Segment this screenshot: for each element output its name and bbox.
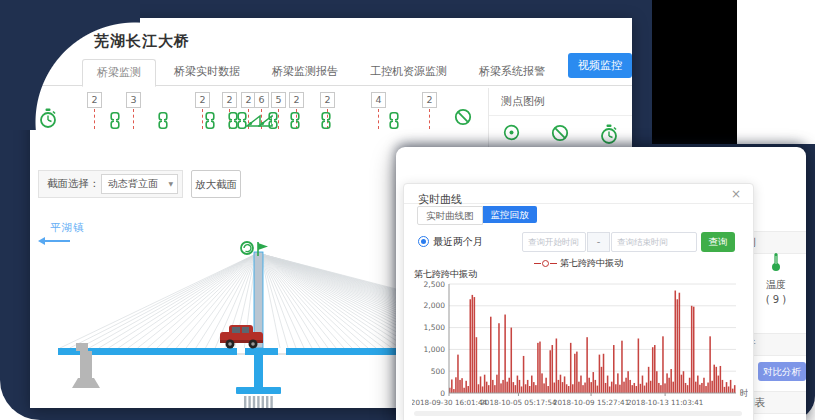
svg-text:2018-10-09 15:27:41: 2018-10-09 15:27:41 (553, 398, 629, 407)
sensor-count-badge: 2 (222, 92, 237, 108)
legend-circle-icon (542, 260, 549, 267)
query-button[interactable]: 查询 (701, 232, 735, 252)
svg-text:1,000: 1,000 (424, 345, 446, 354)
sensor-count-badge: 3 (126, 92, 141, 108)
modal-header: 实时曲线 × (404, 184, 753, 204)
chain-link-sensor-icon[interactable] (290, 112, 300, 133)
sensor-drop-line (94, 109, 95, 129)
stopwatch-icon[interactable] (39, 108, 57, 133)
compare-analysis-button[interactable]: 对比分析 (758, 362, 806, 381)
sensor-count-badge: 5 (271, 92, 286, 108)
tab-桥梁实时数据[interactable]: 桥梁实时数据 (160, 59, 254, 84)
sensor-drop-line (133, 109, 134, 129)
tab-桥梁系统报警[interactable]: 桥梁系统报警 (465, 59, 559, 84)
start-time-input[interactable] (522, 232, 586, 252)
page-title: 芜湖长江大桥 (94, 32, 190, 51)
range-separator: - (587, 232, 610, 252)
screen: 芜湖长江大桥 桥梁监测桥梁实时数据桥梁监测报告工控机资源监测桥梁系统报警 视频监… (0, 0, 815, 420)
tab-工控机资源监测[interactable]: 工控机资源监测 (356, 59, 461, 84)
sensor-drop-line (202, 109, 203, 129)
background-corner (737, 0, 815, 144)
thermometer-icon (770, 252, 782, 272)
svg-text:500: 500 (431, 367, 446, 376)
sensor-drop-line (378, 109, 379, 129)
sensor-count-badge: 2 (87, 92, 102, 108)
svg-text:1,500: 1,500 (424, 323, 446, 332)
realtime-curve-modal: 实时曲线 × 实时曲线图 监控回放 最近两个月 - 查询 第七跨跨中振动 第七跨… (403, 183, 754, 420)
svg-text:时间: 时间 (740, 388, 748, 398)
video-monitor-button[interactable]: 视频监控 (568, 53, 632, 78)
modal-tab-group: 实时曲线图 监控回放 (417, 206, 537, 225)
bridge-side-label: 平湖镇 (50, 221, 85, 235)
chain-link-sensor-icon[interactable] (389, 112, 399, 133)
vibration-chart[interactable]: 第七跨跨中振动05001,0001,5002,0002,5002018-09-3… (412, 268, 748, 413)
popup-window: 测点图例 温度 ( 9 ) 对比分析 对比分析 已选测点列表 实时曲线 × 实时 (396, 147, 806, 420)
legend-dash (550, 263, 557, 265)
svg-text:0: 0 (440, 389, 445, 398)
radio-last-two-months[interactable] (418, 236, 429, 247)
sensor-drop-line (278, 109, 279, 129)
svg-text:2,000: 2,000 (424, 301, 446, 310)
section-select-bar: 截面选择： 动态背立面 ▼ (38, 170, 183, 198)
disabled-sensor-icon[interactable] (551, 124, 569, 149)
section-dropdown-value: 动态背立面 (108, 177, 158, 191)
sensor-dot-icon[interactable] (503, 124, 520, 149)
radio-label: 最近两个月 (433, 235, 483, 249)
enlarge-section-button[interactable]: 放大截面 (191, 170, 241, 198)
chevron-down-icon: ▼ (168, 180, 173, 187)
chain-link-sensor-icon[interactable] (268, 112, 278, 133)
sensor-count-badge: 6 (254, 92, 269, 108)
chain-link-sensor-icon[interactable] (158, 112, 168, 133)
end-time-input[interactable] (611, 232, 697, 252)
query-controls: 最近两个月 - 查询 (417, 232, 742, 254)
tab-realtime-curve[interactable]: 实时曲线图 (417, 206, 483, 225)
chart-scrollbar[interactable] (414, 411, 742, 416)
temperature-legend-item[interactable]: 温度 ( 9 ) (756, 252, 796, 305)
black-video-area (652, 0, 737, 144)
sensor-drop-line (429, 109, 430, 129)
stopwatch-icon[interactable] (600, 124, 618, 149)
section-dropdown[interactable]: 动态背立面 ▼ (101, 174, 178, 194)
temperature-count: ( 9 ) (756, 294, 796, 305)
svg-text:第七跨跨中振动: 第七跨跨中振动 (414, 269, 477, 279)
sensor-count-badge: 4 (371, 92, 386, 108)
svg-text:2,500: 2,500 (424, 280, 446, 289)
chain-link-sensor-icon[interactable] (205, 112, 215, 133)
section-select-label: 截面选择： (47, 177, 100, 191)
tab-桥梁监测[interactable]: 桥梁监测 (82, 59, 156, 87)
tab-桥梁监测报告[interactable]: 桥梁监测报告 (258, 59, 352, 84)
legend-label: 第七跨跨中振动 (560, 258, 623, 268)
sensor-count-badge: 2 (320, 92, 335, 108)
legend-panel-title: 测点图例 (489, 88, 632, 116)
chain-link-sensor-icon[interactable] (110, 112, 120, 133)
modal-title: 实时曲线 (418, 193, 462, 206)
tab-monitor-playback[interactable]: 监控回放 (483, 206, 537, 223)
svg-text:2018-10-05 05:17:54: 2018-10-05 05:17:54 (480, 398, 557, 407)
sensor-count-badge: 2 (289, 92, 304, 108)
tab-bar: 桥梁监测桥梁实时数据桥梁监测报告工控机资源监测桥梁系统报警 视频监控 (30, 59, 632, 86)
sensor-count-badge: 2 (422, 92, 437, 108)
sensor-count-badge: 2 (195, 92, 210, 108)
legend-dash (534, 263, 541, 265)
svg-text:2018-09-30 16:01:44: 2018-09-30 16:01:44 (412, 398, 488, 407)
chain-link-sensor-icon[interactable] (321, 112, 331, 133)
temperature-label: 温度 (756, 278, 796, 292)
disabled-sensor-icon[interactable] (454, 108, 472, 130)
close-icon[interactable]: × (731, 187, 741, 201)
svg-text:2018-10-13 11:03:41: 2018-10-13 11:03:41 (627, 398, 703, 407)
